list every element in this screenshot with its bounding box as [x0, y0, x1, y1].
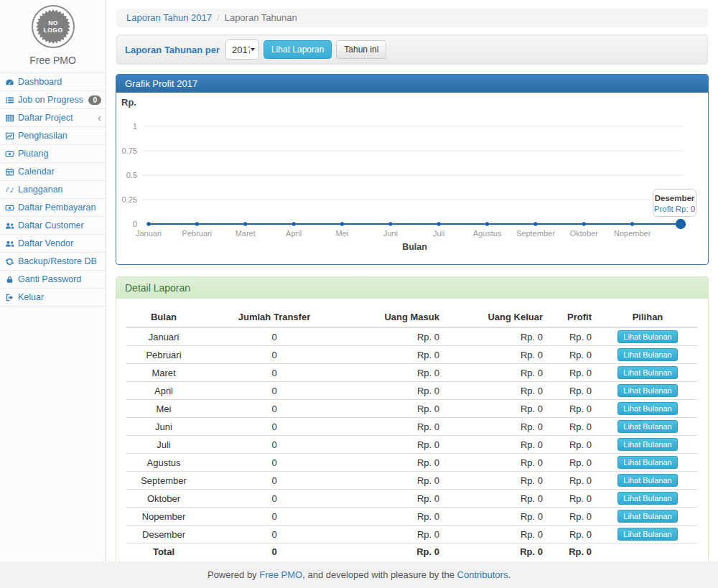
sidebar-item-label: Keluar: [18, 292, 44, 302]
cell-bulan: Juni: [126, 418, 201, 436]
chart-point[interactable]: [582, 222, 586, 225]
cell-jumlah-transfer: 0: [201, 454, 348, 472]
footer-contributors-link[interactable]: Contributors: [457, 569, 508, 580]
sidebar-item-daftar-vendor[interactable]: Daftar Vendor: [0, 235, 106, 252]
tahun-ini-button[interactable]: Tahun ini: [336, 40, 386, 59]
cell-uang-keluar: Rp. 0: [445, 346, 549, 364]
lihat-bulanan-button[interactable]: Lihat Bulanan: [617, 420, 677, 433]
chart-panel-title: Grafik Profit 2017: [116, 75, 708, 93]
chart-point[interactable]: [243, 222, 247, 225]
cell-bulan: Desember: [126, 526, 201, 543]
cell-uang-masuk: Rp. 0: [348, 472, 445, 490]
chart-tooltip: DesemberProfit Rp: 0: [653, 190, 696, 217]
svg-text:April: April: [286, 229, 302, 238]
column-header: Uang Masuk: [348, 309, 445, 327]
cell-pilihan: Lihat Bulanan: [597, 472, 698, 490]
chart-point[interactable]: [146, 222, 150, 225]
cell-profit: Rp. 0: [549, 400, 597, 418]
sidebar-item-label: Langganan: [18, 185, 63, 195]
lihat-bulanan-button[interactable]: Lihat Bulanan: [617, 330, 677, 343]
cell-uang-keluar: Rp. 0: [445, 364, 549, 382]
sidebar-item-ganti-password[interactable]: Ganti Password: [0, 271, 106, 288]
sidebar-item-wrap: Dashboard: [0, 73, 106, 91]
lihat-bulanan-button[interactable]: Lihat Bulanan: [617, 456, 677, 469]
chart-point[interactable]: [437, 222, 440, 225]
table-row: Januari0Rp. 0Rp. 0Rp. 0Lihat Bulanan: [126, 327, 698, 346]
total-profit: Rp. 0: [549, 543, 597, 561]
sidebar-item-wrap: Daftar Project‹: [0, 109, 106, 127]
sidebar-item-penghasilan[interactable]: Penghasilan: [0, 127, 106, 144]
chart-point[interactable]: [340, 222, 344, 225]
breadcrumb-current: Laporan Tahunan: [225, 12, 297, 23]
cell-jumlah-transfer: 0: [201, 508, 348, 526]
sidebar-item-calendar[interactable]: Calendar: [0, 163, 106, 180]
cell-bulan: April: [126, 382, 201, 400]
lihat-bulanan-button[interactable]: Lihat Bulanan: [617, 366, 677, 379]
chart-point-highlight[interactable]: [676, 219, 686, 229]
table-row: Juni0Rp. 0Rp. 0Rp. 0Lihat Bulanan: [126, 418, 698, 436]
table-row: Oktober0Rp. 0Rp. 0Rp. 0Lihat Bulanan: [126, 490, 698, 508]
lihat-bulanan-button[interactable]: Lihat Bulanan: [617, 492, 677, 505]
table-row: Juli0Rp. 0Rp. 0Rp. 0Lihat Bulanan: [126, 436, 698, 454]
lihat-bulanan-button[interactable]: Lihat Bulanan: [617, 528, 677, 541]
cell-jumlah-transfer: 0: [201, 346, 348, 364]
chevron-left-icon: ‹: [98, 113, 101, 122]
sidebar-item-label: Daftar Vendor: [18, 238, 73, 248]
sidebar-item-dashboard[interactable]: Dashboard: [0, 73, 106, 90]
svg-text:Nopember: Nopember: [614, 229, 651, 238]
cell-pilihan: Lihat Bulanan: [597, 508, 698, 526]
sidebar-item-backup-restore-db[interactable]: Backup/Restore DB: [0, 253, 106, 270]
svg-text:Juli: Juli: [433, 229, 445, 238]
lihat-bulanan-button[interactable]: Lihat Bulanan: [617, 384, 677, 397]
lihat-bulanan-button[interactable]: Lihat Bulanan: [617, 510, 677, 523]
sidebar-item-daftar-project[interactable]: Daftar Project‹: [0, 109, 106, 126]
chart-point[interactable]: [195, 222, 199, 225]
cell-uang-masuk: Rp. 0: [348, 327, 445, 346]
cell-pilihan: Lihat Bulanan: [597, 490, 698, 508]
cell-bulan: Maret: [126, 364, 201, 382]
svg-text:Maret: Maret: [236, 229, 256, 238]
sidebar-item-daftar-customer[interactable]: Daftar Customer: [0, 217, 106, 234]
cell-pilihan: Lihat Bulanan: [597, 526, 698, 543]
lihat-laporan-button[interactable]: Lihat Laporan: [264, 40, 332, 59]
breadcrumb-link[interactable]: Laporan Tahun 2017: [126, 12, 212, 23]
table-row: Desember0Rp. 0Rp. 0Rp. 0Lihat Bulanan: [126, 526, 698, 543]
list-icon: [5, 95, 14, 105]
sidebar-item-keluar[interactable]: Keluar: [0, 289, 106, 306]
footer-brand-link[interactable]: Free PMO: [259, 569, 302, 580]
lihat-bulanan-button[interactable]: Lihat Bulanan: [617, 474, 677, 487]
sidebar-item-daftar-pembayaran[interactable]: Daftar Pembayaran: [0, 199, 106, 216]
svg-text:September: September: [516, 229, 555, 238]
cell-jumlah-transfer: 0: [201, 436, 348, 454]
lihat-bulanan-button[interactable]: Lihat Bulanan: [617, 402, 677, 415]
svg-text:Rp.: Rp.: [121, 97, 136, 108]
chart-point[interactable]: [388, 222, 392, 225]
cell-profit: Rp. 0: [549, 526, 597, 543]
cell-jumlah-transfer: 0: [201, 472, 348, 490]
cell-jumlah-transfer: 0: [201, 382, 348, 400]
svg-text:0: 0: [133, 220, 137, 228]
footer-text-prefix: Powered by: [208, 569, 259, 580]
lihat-bulanan-button[interactable]: Lihat Bulanan: [617, 348, 677, 361]
column-header: Pilihan: [597, 309, 698, 327]
chart-point[interactable]: [292, 222, 295, 225]
svg-text:Januari: Januari: [136, 229, 162, 238]
cell-bulan: Pebruari: [126, 346, 201, 364]
sidebar-item-job-on-progress[interactable]: Job on Progress0: [0, 91, 106, 108]
brand-name: Free PMO: [0, 55, 106, 66]
lihat-bulanan-button[interactable]: Lihat Bulanan: [617, 438, 677, 451]
chart-point[interactable]: [485, 222, 489, 225]
table-row: September0Rp. 0Rp. 0Rp. 0Lihat Bulanan: [126, 472, 698, 490]
chart-point[interactable]: [533, 222, 537, 225]
svg-text:0.75: 0.75: [122, 146, 137, 155]
users-icon: [5, 221, 14, 230]
sidebar: NOLOGO Free PMO DashboardJob on Progress…: [0, 0, 106, 561]
sidebar-item-wrap: Daftar Customer: [0, 217, 106, 235]
chart-point[interactable]: [630, 222, 634, 225]
total-label: Total: [126, 543, 201, 561]
total-uang-masuk: Rp. 0: [348, 543, 445, 561]
money-icon: [5, 203, 14, 213]
sidebar-item-piutang[interactable]: Piutang: [0, 145, 106, 162]
year-select[interactable]: 2017: [225, 39, 259, 60]
sidebar-item-langganan[interactable]: Langganan: [0, 181, 106, 198]
